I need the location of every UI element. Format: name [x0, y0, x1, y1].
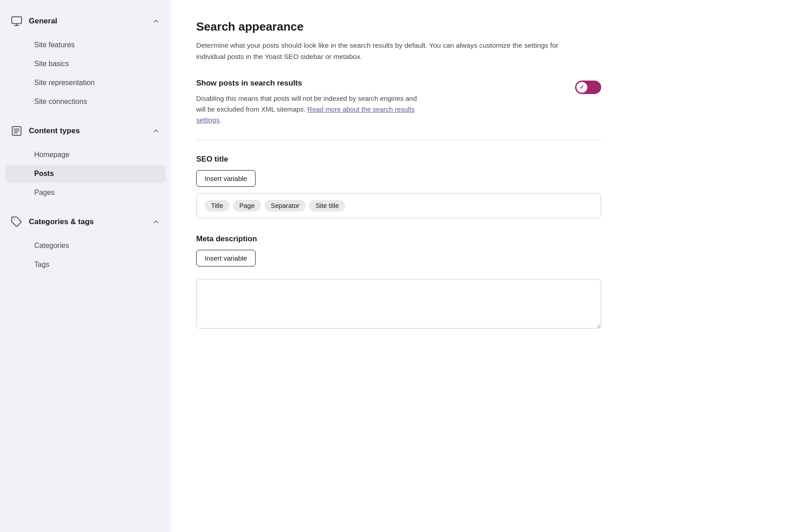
- section-divider: [196, 140, 601, 140]
- sidebar-item-site-connections[interactable]: Site connections: [5, 93, 166, 111]
- sidebar-items-general: Site features Site basics Site represent…: [0, 33, 171, 115]
- show-posts-description: Disabling this means that posts will not…: [196, 93, 421, 126]
- sidebar-section-categories-tags-header[interactable]: Categories & tags: [0, 210, 171, 234]
- meta-description-insert-variable-button[interactable]: Insert variable: [196, 250, 256, 266]
- show-posts-title: Show posts in search results: [196, 79, 557, 88]
- sidebar: General Site features Site basics Site r…: [0, 0, 171, 532]
- sidebar-item-tags[interactable]: Tags: [5, 256, 166, 274]
- svg-rect-0: [12, 17, 22, 23]
- monitor-icon: [11, 15, 22, 27]
- sidebar-item-posts[interactable]: Posts: [5, 165, 166, 183]
- sidebar-section-general: General Site features Site basics Site r…: [0, 9, 171, 115]
- page-description: Determine what your posts should look li…: [196, 40, 583, 63]
- chevron-up-icon-general: [152, 17, 160, 25]
- chevron-up-icon-content-types: [152, 127, 160, 135]
- sidebar-item-pages[interactable]: Pages: [5, 184, 166, 202]
- show-posts-content: Show posts in search results Disabling t…: [196, 79, 575, 126]
- sidebar-section-content-types-header[interactable]: Content types: [0, 119, 171, 143]
- document-icon: [11, 125, 22, 137]
- toggle-thumb: ✓: [576, 82, 587, 93]
- sidebar-item-site-basics[interactable]: Site basics: [5, 55, 166, 73]
- tag-icon: [11, 216, 22, 228]
- sidebar-items-categories-tags: Categories Tags: [0, 234, 171, 278]
- meta-description-section: Meta description Insert variable: [196, 234, 601, 330]
- seo-title-insert-variable-button[interactable]: Insert variable: [196, 170, 256, 187]
- toggle-track: ✓: [575, 81, 601, 94]
- sidebar-section-general-label: General: [29, 17, 57, 26]
- sidebar-section-content-types: Content types Homepage Posts Pages: [0, 119, 171, 206]
- chevron-up-icon-categories-tags: [152, 218, 160, 226]
- seo-title-tag-site-title: Site title: [309, 200, 345, 212]
- toggle-check-icon: ✓: [580, 84, 585, 90]
- main-content: Search appearance Determine what your po…: [171, 0, 792, 532]
- seo-title-field[interactable]: Title Page Separator Site title: [196, 193, 601, 218]
- sidebar-section-categories-tags: Categories & tags Categories Tags: [0, 210, 171, 278]
- seo-title-section: SEO title Insert variable Title Page Sep…: [196, 155, 601, 218]
- seo-title-tag-title: Title: [205, 200, 230, 212]
- sidebar-section-categories-tags-label: Categories & tags: [29, 217, 94, 226]
- sidebar-item-categories[interactable]: Categories: [5, 237, 166, 255]
- sidebar-item-homepage[interactable]: Homepage: [5, 146, 166, 164]
- seo-title-label: SEO title: [196, 155, 601, 164]
- sidebar-item-site-representation[interactable]: Site representation: [5, 74, 166, 92]
- meta-description-label: Meta description: [196, 234, 601, 243]
- sidebar-item-site-features[interactable]: Site features: [5, 36, 166, 54]
- sidebar-items-content-types: Homepage Posts Pages: [0, 143, 171, 206]
- sidebar-section-general-header[interactable]: General: [0, 9, 171, 33]
- sidebar-section-content-types-label: Content types: [29, 126, 80, 135]
- seo-title-tag-separator: Separator: [265, 200, 306, 212]
- meta-description-textarea[interactable]: [196, 279, 601, 329]
- show-posts-setting-row: Show posts in search results Disabling t…: [196, 79, 601, 126]
- page-title: Search appearance: [196, 20, 767, 34]
- show-posts-period: .: [220, 116, 221, 124]
- show-posts-toggle[interactable]: ✓: [575, 81, 601, 94]
- seo-title-tag-page: Page: [233, 200, 261, 212]
- show-posts-toggle-wrapper[interactable]: ✓: [575, 81, 601, 94]
